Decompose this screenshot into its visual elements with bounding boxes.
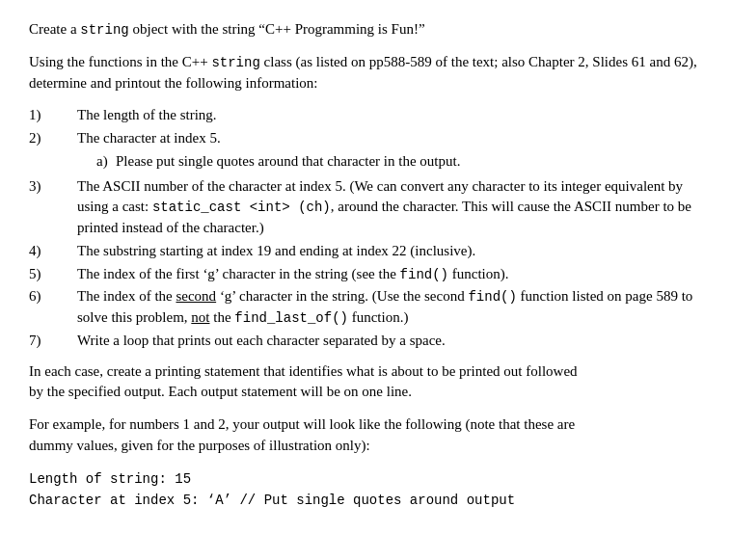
list-num-1: 1) <box>29 105 77 126</box>
sub-label-2a: a) <box>77 151 116 173</box>
code-line-2: Character at index 5: ‘A’ // Put single … <box>29 490 702 511</box>
list-item-1: 1) The length of the string. <box>29 105 702 126</box>
code-example: Length of string: 15 Character at index … <box>29 468 702 512</box>
list-item-4: 4) The substring starting at index 19 an… <box>29 241 702 262</box>
list-text-2: The character at index 5. <box>77 130 221 146</box>
list-content-1: The length of the string. <box>77 105 702 126</box>
para4-line2: dummy values, given for the purposes of … <box>29 438 370 453</box>
code-line-1: Length of string: 15 <box>29 468 702 490</box>
list-content-4: The substring starting at index 19 and e… <box>77 241 702 262</box>
list-item-7: 7) Write a loop that prints out each cha… <box>29 331 702 352</box>
list-code-5: find() <box>400 267 448 282</box>
list-content-2: The character at index 5. a) Please put … <box>77 128 702 174</box>
intro-paragraph-2: Using the functions in the C++ string cl… <box>29 52 702 94</box>
list-code-6a: find() <box>468 289 516 305</box>
list-num-4: 4) <box>29 241 77 262</box>
list-num-6: 6) <box>29 286 77 329</box>
intro2-code: string <box>211 55 259 70</box>
list-content-7: Write a loop that prints out each charac… <box>77 331 702 352</box>
list-item-6: 6) The index of the second ‘g’ character… <box>29 286 702 329</box>
list-content-6: The index of the second ‘g’ character in… <box>77 286 702 329</box>
paragraph-4: For example, for numbers 1 and 2, your o… <box>29 414 702 457</box>
list-text-5a: The index of the first ‘g’ character in … <box>77 266 400 281</box>
list-item-5: 5) The index of the first ‘g’ character … <box>29 264 702 285</box>
numbered-list: 1) The length of the string. 2) The char… <box>29 105 702 351</box>
list-code-3: static_cast <int> (ch) <box>152 200 331 215</box>
intro-paragraph-1: Create a string object with the string “… <box>29 19 702 40</box>
sub-content-2a: Please put single quotes around that cha… <box>116 151 702 173</box>
list-code-6b: find_last_of() <box>234 310 348 326</box>
list-num-2: 2) <box>29 128 77 174</box>
intro2-start: Using the functions in the C++ <box>29 54 211 69</box>
list-content-5: The index of the first ‘g’ character in … <box>77 264 702 285</box>
list-text-6a: The index of the second ‘g’ character in… <box>77 288 468 304</box>
list-text-5b: function). <box>448 266 508 281</box>
list-num-3: 3) <box>29 176 77 239</box>
list-content-3: The ASCII number of the character at ind… <box>77 176 702 239</box>
intro1-code: string <box>80 22 128 38</box>
para4-line1: For example, for numbers 1 and 2, your o… <box>29 416 575 432</box>
list-text-6c: function.) <box>348 309 408 325</box>
para3-line2: by the specified output. Each output sta… <box>29 384 412 399</box>
paragraph-3: In each case, create a printing statemen… <box>29 361 702 404</box>
list-num-5: 5) <box>29 264 77 285</box>
list-num-7: 7) <box>29 331 77 352</box>
intro1-text: Create a <box>29 21 80 37</box>
sub-item-2a: a) Please put single quotes around that … <box>77 151 702 173</box>
para3-line1: In each case, create a printing statemen… <box>29 363 578 379</box>
list-item-3: 3) The ASCII number of the character at … <box>29 176 702 239</box>
intro1-rest: object with the string “C++ Programming … <box>129 21 425 37</box>
list-item-2: 2) The character at index 5. a) Please p… <box>29 128 702 174</box>
